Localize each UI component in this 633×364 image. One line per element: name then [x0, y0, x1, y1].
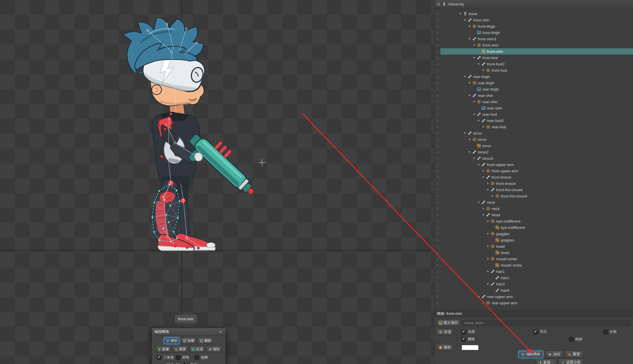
- tree-item-front-fist-closed[interactable]: front-fist-closed: [440, 193, 633, 199]
- tree-item-front-shin[interactable]: front-shin: [440, 48, 633, 55]
- expander-icon[interactable]: [472, 43, 476, 47]
- visibility-dot[interactable]: [437, 76, 438, 77]
- visibility-dot[interactable]: [437, 189, 438, 191]
- button-新建[interactable]: 新建: [156, 346, 171, 353]
- tree-item-front-bracer[interactable]: front-bracer: [440, 180, 633, 187]
- tree-item-rear-upper-arm[interactable]: rear-upper-arm: [440, 300, 633, 306]
- visibility-dot[interactable]: [437, 208, 438, 209]
- image-path-value[interactable]: <front- shin>: [462, 320, 630, 326]
- button-设置父级[interactable]: 设置父级: [558, 359, 583, 364]
- tree-item-hair3[interactable]: hair3: [440, 281, 633, 287]
- checkbox-box[interactable]: [176, 355, 180, 360]
- button-重置[interactable]: 重置: [565, 351, 583, 358]
- expander-icon[interactable]: [486, 270, 490, 273]
- checkbox-box[interactable]: [184, 363, 188, 364]
- tree-item-front-foot2[interactable]: front-foot2: [440, 61, 633, 67]
- visibility-dot[interactable]: [437, 177, 438, 178]
- checkbox-网格[interactable]: 网格: [462, 337, 475, 342]
- expander-icon[interactable]: [468, 25, 472, 28]
- visibility-dot[interactable]: [437, 63, 438, 65]
- visibility-dot[interactable]: [437, 139, 438, 140]
- visibility-dot[interactable]: [437, 164, 438, 165]
- tree-item-rear-thigh[interactable]: rear-thigh: [440, 80, 633, 86]
- expander-icon[interactable]: [482, 125, 485, 129]
- visibility-dot[interactable]: [437, 126, 438, 128]
- button-编辑网格[interactable]: 编辑网格: [518, 351, 543, 358]
- checkbox-box[interactable]: [462, 330, 466, 334]
- expander-icon[interactable]: [482, 169, 485, 173]
- tree-item-goggles[interactable]: goggles: [440, 237, 633, 243]
- checkbox-导出[interactable]: 导出: [534, 329, 547, 334]
- expander-icon[interactable]: [463, 131, 467, 135]
- tree-item-torso[interactable]: torso: [440, 143, 633, 149]
- expander-icon[interactable]: [463, 75, 467, 79]
- checkbox-选择[interactable]: 选择: [462, 329, 475, 334]
- tree-item-rear-upper-arm[interactable]: rear-upper-arm: [440, 293, 633, 300]
- dialog-title-bar[interactable]: 编辑网格 ×: [152, 328, 225, 335]
- visibility-dot[interactable]: [437, 214, 438, 216]
- visibility-dot[interactable]: [437, 158, 438, 159]
- tree-item-head[interactable]: head: [440, 212, 633, 218]
- visibility-dot[interactable]: [437, 19, 438, 21]
- visibility-dot[interactable]: [437, 239, 438, 241]
- expander-icon[interactable]: [477, 62, 481, 66]
- visibility-dot[interactable]: [437, 133, 438, 134]
- expander-icon[interactable]: [468, 94, 472, 97]
- skeleton-filter-icon[interactable]: [442, 2, 446, 6]
- visibility-dot[interactable]: [437, 265, 438, 266]
- tree-item-torso[interactable]: torso: [440, 136, 633, 143]
- tree-item-rear-shin[interactable]: rear-shin: [440, 92, 633, 99]
- tree-item-neck[interactable]: neck: [440, 199, 633, 205]
- tree-item-front-foot[interactable]: front-foot: [440, 55, 633, 61]
- tree-item-front-bracer[interactable]: front-bracer: [440, 174, 633, 180]
- image-path-button[interactable]: 图片路径: [436, 319, 460, 326]
- visibility-dot[interactable]: [437, 290, 438, 291]
- visibility-dot[interactable]: [437, 13, 438, 15]
- expander-icon[interactable]: [486, 245, 490, 248]
- visibility-dot[interactable]: [437, 302, 438, 304]
- visibility-dot[interactable]: [437, 221, 438, 222]
- tree-item-eye-indifferent[interactable]: eye-indifferent: [440, 224, 633, 231]
- expander-icon[interactable]: [459, 12, 462, 16]
- visibility-dot[interactable]: [437, 277, 438, 279]
- expander-icon[interactable]: [477, 295, 481, 299]
- button-新建...[interactable]: 新建...: [536, 359, 556, 364]
- expander-icon[interactable]: [477, 201, 481, 204]
- tree-item-head[interactable]: head: [440, 243, 633, 249]
- tree-item-rear-shin[interactable]: rear-shin: [440, 105, 633, 111]
- visibility-dot[interactable]: [437, 70, 438, 71]
- checkbox-box[interactable]: [569, 337, 574, 342]
- visibility-dot[interactable]: [437, 45, 438, 46]
- button-描绘[interactable]: 描绘: [206, 346, 222, 353]
- visibility-dot[interactable]: [437, 107, 438, 109]
- tree-item-torso2[interactable]: torso2: [440, 149, 633, 155]
- tree-item-front-foot[interactable]: front-foot: [440, 67, 633, 73]
- expander-icon[interactable]: [486, 257, 490, 261]
- tree-item-front-shin[interactable]: front-shin: [440, 42, 633, 48]
- tree-item-neck[interactable]: neck: [440, 205, 633, 212]
- expander-icon[interactable]: [472, 56, 476, 60]
- visibility-dot[interactable]: [437, 283, 438, 285]
- visibility-dot[interactable]: [437, 227, 438, 228]
- expander-icon[interactable]: [486, 182, 490, 185]
- expander-icon[interactable]: [472, 100, 476, 104]
- visibility-dot[interactable]: [437, 195, 438, 197]
- checkbox-box[interactable]: [603, 330, 608, 334]
- visibility-dot[interactable]: [437, 38, 438, 40]
- tree-item-front-fist-closed[interactable]: front-fist-closed: [440, 187, 633, 193]
- visibility-dot[interactable]: [437, 120, 438, 121]
- checkbox-box[interactable]: [534, 330, 538, 334]
- visibility-dot[interactable]: [437, 101, 438, 103]
- tree-item-rear-foot[interactable]: rear-foot: [440, 111, 633, 117]
- visibility-dot[interactable]: [437, 26, 438, 27]
- expander-icon[interactable]: [482, 207, 485, 211]
- expander-icon[interactable]: [486, 232, 490, 236]
- expander-icon[interactable]: [463, 18, 467, 22]
- tree-item-head[interactable]: head: [440, 249, 633, 256]
- tree-item-front-shin[interactable]: front-shin: [440, 17, 633, 23]
- options-button[interactable]: 选项: [436, 329, 453, 335]
- tree-item-hair4[interactable]: hair4: [440, 287, 633, 293]
- checkbox-线框[interactable]: 线框: [569, 337, 582, 342]
- close-icon[interactable]: ×: [218, 329, 223, 334]
- color-swatch[interactable]: [462, 345, 479, 350]
